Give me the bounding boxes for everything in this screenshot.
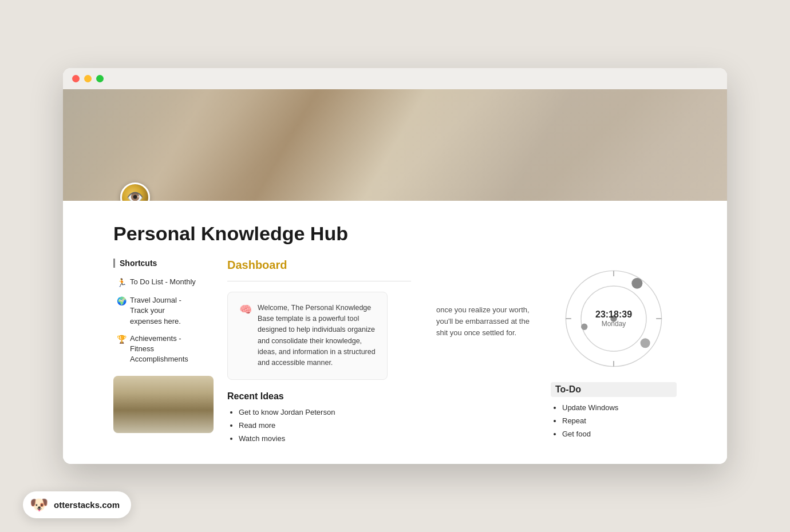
sidebar-item-achievements-label: Achievements - Fitness Accomplishments: [130, 334, 199, 365]
list-item: Update Windows: [562, 403, 677, 413]
clock-widget: 23:18:39 Monday To-Do Update Windows Rep…: [551, 259, 677, 443]
travel-icon: 🌍: [117, 296, 127, 307]
close-button[interactable]: [72, 75, 80, 82]
svg-point-9: [581, 323, 587, 329]
watermark: 🐶 otterstacks.com: [23, 491, 131, 518]
todo-list: Update Windows Repeat Get food: [551, 403, 677, 440]
hero-image: 👁️: [63, 89, 727, 201]
shortcuts-label: Shortcuts: [120, 259, 157, 268]
list-item: Get food: [562, 429, 677, 439]
sidebar-item-todo[interactable]: 🏃 To Do List - Monthly: [113, 275, 202, 291]
quote-text: once you realize your worth, you'll be e…: [436, 304, 539, 339]
svg-point-6: [631, 277, 642, 288]
todo-section: To-Do Update Windows Repeat Get food: [551, 382, 677, 443]
list-item: Get to know Jordan Peterson: [239, 407, 411, 418]
welcome-text: Welcome, The Personal Knowledge Base tem…: [258, 303, 376, 369]
todo-header: To-Do: [551, 382, 677, 397]
sidebar-item-todo-label: To Do List - Monthly: [130, 277, 196, 287]
hero-overlay: [63, 89, 727, 201]
main-area: Dashboard 🧠 Welcome, The Personal Knowle…: [214, 259, 425, 447]
recent-ideas-title: Recent Ideas: [227, 391, 411, 402]
browser-window: 👁️ Personal Knowledge Hub Shortcuts 🏃 To…: [63, 68, 727, 464]
sidebar-item-travel-label: Travel Journal - Track your expenses her…: [130, 295, 199, 327]
page-content: Personal Knowledge Hub Shortcuts 🏃 To Do…: [63, 223, 727, 464]
brain-icon: 🧠: [239, 303, 252, 316]
svg-point-7: [641, 338, 650, 348]
list-item: Repeat: [562, 416, 677, 426]
welcome-card-inner: 🧠 Welcome, The Personal Knowledge Base t…: [239, 303, 376, 369]
welcome-card: 🧠 Welcome, The Personal Knowledge Base t…: [227, 292, 388, 380]
sidebar-item-achievements[interactable]: 🏆 Achievements - Fitness Accomplishments: [113, 331, 202, 367]
page-title: Personal Knowledge Hub: [113, 223, 677, 245]
clock-container: 23:18:39 Monday: [559, 264, 668, 373]
ideas-list: Get to know Jordan Peterson Read more Wa…: [227, 407, 411, 444]
clock-day: Monday: [595, 320, 632, 328]
list-item: Watch movies: [239, 434, 411, 444]
sidebar-image-inner: [113, 376, 214, 433]
clock-display: 23:18:39 Monday: [595, 309, 632, 328]
watermark-text: otterstacks.com: [54, 500, 120, 510]
recent-ideas-section: Recent Ideas Get to know Jordan Peterson…: [227, 391, 411, 444]
achievements-icon: 🏆: [117, 334, 127, 346]
minimize-button[interactable]: [84, 75, 92, 82]
dashboard-title: Dashboard: [227, 259, 411, 272]
list-item: Read more: [239, 420, 411, 431]
quote-area: once you realize your worth, you'll be e…: [425, 259, 551, 344]
maximize-button[interactable]: [96, 75, 104, 82]
sidebar-item-travel[interactable]: 🌍 Travel Journal - Track your expenses h…: [113, 293, 202, 329]
clock-time: 23:18:39: [595, 309, 632, 320]
shortcuts-header: Shortcuts: [113, 259, 202, 268]
browser-chrome: [63, 68, 727, 89]
divider: [227, 281, 411, 281]
todo-icon: 🏃: [117, 277, 127, 289]
watermark-icon: 🐶: [30, 496, 48, 514]
sidebar: Shortcuts 🏃 To Do List - Monthly 🌍 Trave…: [113, 259, 214, 447]
main-layout: Shortcuts 🏃 To Do List - Monthly 🌍 Trave…: [113, 259, 677, 447]
sidebar-thumbnail: [113, 376, 214, 433]
